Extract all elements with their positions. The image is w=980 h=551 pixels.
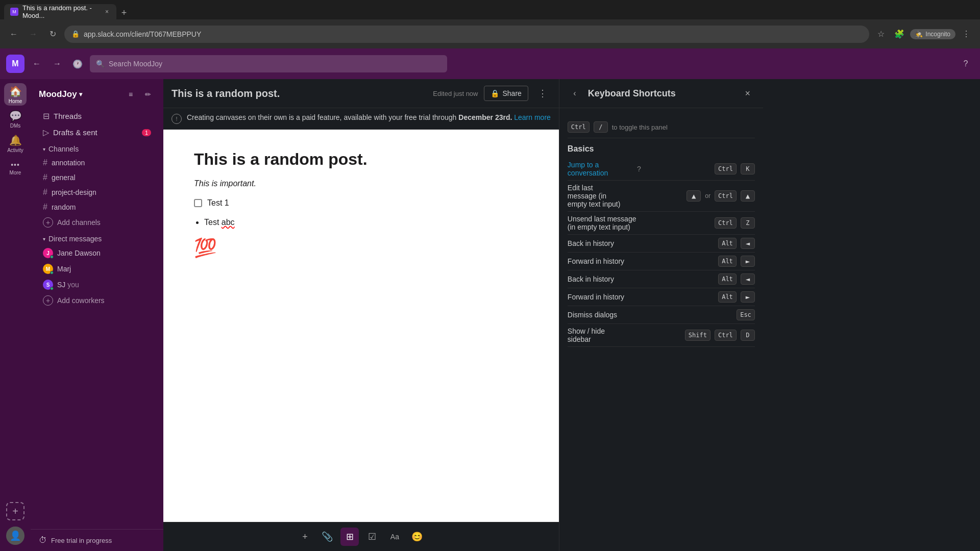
tab-favicon: M <box>10 8 18 16</box>
sidebar-item-threads[interactable]: ⊟ Threads <box>35 108 159 124</box>
dm-marj[interactable]: M Marj <box>35 261 159 277</box>
channel-annotation[interactable]: # annotation <box>35 156 159 170</box>
shortcut-forward-history-2: Forward in history Alt ► <box>568 288 755 306</box>
channel-project-design[interactable]: # project-design <box>35 185 159 199</box>
sj-status-dot <box>50 287 54 290</box>
compose-btn[interactable]: ✏ <box>141 87 155 102</box>
shortcut-dismiss-dialogs: Dismiss dialogs Esc <box>568 306 755 324</box>
shortcuts-body: Ctrl / to toggle this panel Basics Jump … <box>559 108 763 551</box>
post-header: This is a random post. Edited just now 🔒… <box>163 79 559 108</box>
checklist-item: Test 1 <box>194 196 528 210</box>
active-tab[interactable]: M This is a random post. - Mood... × <box>4 4 116 19</box>
sidebar-icon-activity[interactable]: 🔔 Activity <box>4 132 27 155</box>
learn-more-link[interactable]: Learn more <box>514 113 551 121</box>
search-bar[interactable]: 🔍 Search MoodJoy <box>90 55 447 72</box>
workspace-name-text: MoodJoy <box>39 89 77 99</box>
toolbar-grid-btn[interactable]: ⊞ <box>340 528 359 546</box>
edit-last-message-label: Edit last message (in empty text input) <box>568 184 623 208</box>
back-button[interactable]: ← <box>6 27 21 42</box>
share-label: Share <box>502 89 521 97</box>
toolbar-text-btn[interactable]: Aa <box>385 528 404 546</box>
search-placeholder: Search MoodJoy <box>109 60 162 68</box>
toolbar-plus-btn[interactable]: + <box>296 528 314 546</box>
address-bar[interactable]: 🔒 app.slack.com/client/T067MEBPPUY <box>64 26 869 43</box>
channels-section-header[interactable]: ▾ Channels <box>35 141 159 155</box>
add-channels-btn[interactable]: + Add channels <box>35 215 159 230</box>
new-tab-btn[interactable]: + <box>117 6 131 19</box>
sidebar-icon-dms[interactable]: 💬 DMs <box>4 108 27 130</box>
ctrl-key: Ctrl <box>568 121 590 133</box>
dm-section-header[interactable]: ▾ Direct messages <box>35 231 159 245</box>
help-btn[interactable]: ? <box>958 56 974 72</box>
hash-icon: # <box>43 173 47 182</box>
lock-icon: 🔒 <box>71 30 80 38</box>
header-forward-btn[interactable]: → <box>49 56 65 72</box>
threads-label: Threads <box>54 112 151 120</box>
workspace-name-btn[interactable]: MoodJoy ▾ <box>39 89 82 99</box>
post-italic-text: This is important. <box>194 179 528 188</box>
share-button[interactable]: 🔒 Share <box>484 86 528 101</box>
browser-menu-btn[interactable]: ⋮ <box>959 27 974 42</box>
left-arrow-key-1: ◄ <box>741 238 755 249</box>
free-trial-btn[interactable]: ⏱ Free trial in progress <box>39 536 155 545</box>
post-emoji: 💯 <box>194 237 528 259</box>
text-sidebar: MoodJoy ▾ ≡ ✏ ⊟ Threads ▷ Drafts & sent <box>31 79 163 551</box>
shortcuts-back-btn[interactable]: ‹ <box>568 86 582 101</box>
dm-jane-dawson[interactable]: J Jane Dawson <box>35 245 159 261</box>
more-options-btn[interactable]: ⋮ <box>534 85 551 102</box>
tab-close-btn[interactable]: × <box>104 8 110 16</box>
checkbox-icon[interactable] <box>194 199 202 207</box>
lock-share-icon: 🔒 <box>491 89 499 97</box>
k-key: K <box>741 163 755 174</box>
bookmark-star-btn[interactable]: ☆ <box>873 27 889 42</box>
add-workspace-btn[interactable]: + <box>6 502 24 520</box>
dm-section-label: Direct messages <box>48 235 102 243</box>
user-avatar[interactable]: 👤 <box>6 527 24 545</box>
add-coworkers-btn[interactable]: + Add coworkers <box>35 293 159 308</box>
esc-key: Esc <box>737 309 755 320</box>
header-history-btn[interactable]: 🕐 <box>69 56 86 72</box>
workspace-avatar[interactable]: M <box>6 55 24 73</box>
sidebar-item-drafts[interactable]: ▷ Drafts & sent 1 <box>35 124 159 140</box>
channel-general[interactable]: # general <box>35 170 159 185</box>
workspace-actions: ≡ ✏ <box>124 87 155 102</box>
toolbar-check-btn[interactable]: ☑ <box>363 528 381 546</box>
add-channels-label: Add channels <box>57 218 101 227</box>
main-layout: 🏠 Home 💬 DMs 🔔 Activity ••• More + 👤 <box>0 79 763 551</box>
toggle-hint: to toggle this panel <box>612 123 668 131</box>
back-history-label-2: Back in history <box>568 275 639 283</box>
shortcuts-close-btn[interactable]: × <box>741 86 755 101</box>
reload-button[interactable]: ↻ <box>45 27 60 42</box>
slash-key: / <box>594 121 608 133</box>
workspace-header: MoodJoy ▾ ≡ ✏ <box>31 79 163 108</box>
slack-header: M ← → 🕐 🔍 Search MoodJoy ? <box>0 48 980 79</box>
extension-btn[interactable]: 🧩 <box>892 27 907 42</box>
header-back-btn[interactable]: ← <box>29 56 45 72</box>
dm-sj[interactable]: S SJ you <box>35 277 159 292</box>
toolbar-emoji-btn[interactable]: 😊 <box>408 528 426 546</box>
main-content-area: This is a random post. Edited just now 🔒… <box>163 79 559 551</box>
address-text: app.slack.com/client/T067MEBPPUY <box>84 30 201 38</box>
add-circle-icon: + <box>43 217 53 228</box>
dm-toggle-icon: ▾ <box>43 236 45 242</box>
user-avatar-icon: 👤 <box>10 530 21 541</box>
incognito-icon: 🕵️ <box>915 31 923 38</box>
free-trial-label: Free trial in progress <box>51 537 112 544</box>
channel-random[interactable]: # random ✏ <box>35 200 159 214</box>
up-arrow-key-2: ▲ <box>741 190 755 202</box>
back-history-label-1: Back in history <box>568 239 639 247</box>
sidebar-icon-home[interactable]: 🏠 Home <box>4 83 27 106</box>
shortcut-back-history-2: Back in history Alt ◄ <box>568 270 755 288</box>
browser-chrome: M This is a random post. - Mood... × + ←… <box>0 0 980 48</box>
incognito-label: Incognito <box>925 31 950 38</box>
shift-key: Shift <box>685 330 710 341</box>
toolbar-attach-btn[interactable]: 📎 <box>318 528 336 546</box>
sidebar-icon-more[interactable]: ••• More <box>4 157 27 179</box>
browser-tabs: M This is a random post. - Mood... × + <box>0 0 980 19</box>
post-heading: This is a random post. <box>194 150 528 169</box>
forward-button[interactable]: → <box>26 27 41 42</box>
filter-btn[interactable]: ≡ <box>124 87 138 102</box>
activity-icon: 🔔 <box>9 134 22 146</box>
jump-conversation-label[interactable]: Jump to a conversation <box>568 161 633 177</box>
drafts-icon: ▷ <box>43 128 49 137</box>
